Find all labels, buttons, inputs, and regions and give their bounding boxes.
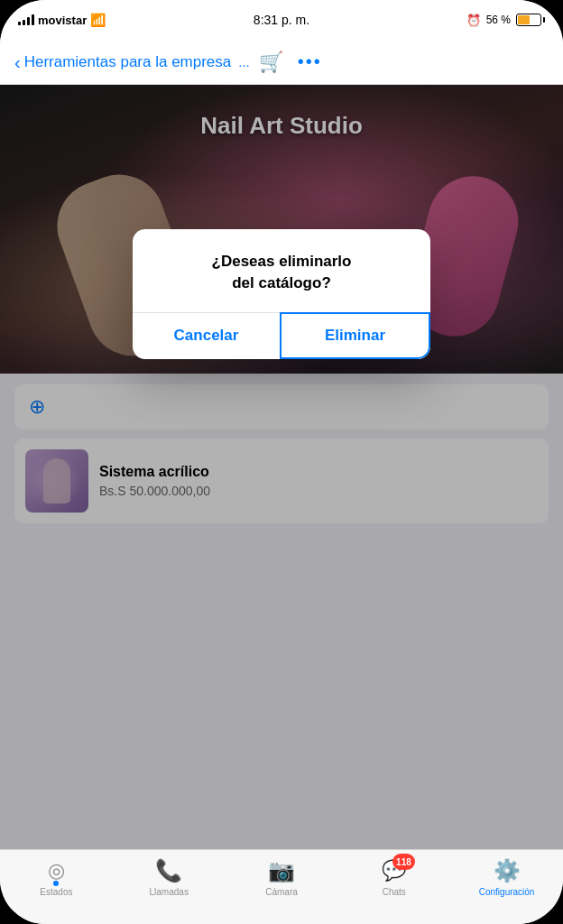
tab-bar: ◎ Estados 📞 Llamadas 📷 Cámara 💬 118 Chat… bbox=[0, 849, 563, 924]
dialog-box: ¿Deseas eliminarlodel catálogo? Cancelar… bbox=[133, 229, 430, 359]
tab-configuracion[interactable]: ⚙️ Configuración bbox=[450, 857, 563, 897]
battery-label: 56 % bbox=[486, 14, 511, 26]
header-more-dots: ... bbox=[238, 54, 250, 69]
estados-dot-indicator bbox=[53, 881, 59, 886]
back-button[interactable]: ‹ Herramientas para la empresa ... bbox=[14, 53, 250, 71]
battery-indicator bbox=[516, 14, 545, 26]
dialog-content: ¿Deseas eliminarlodel catálogo? bbox=[133, 229, 430, 294]
chats-badge: 118 bbox=[392, 854, 415, 870]
status-bar: movistar 📶 8:31 p. m. ⏰ 56 % bbox=[0, 0, 563, 40]
dialog-overlay: ¿Deseas eliminarlodel catálogo? Cancelar… bbox=[0, 85, 563, 849]
tab-chats[interactable]: 💬 118 Chats bbox=[337, 857, 450, 897]
camera-icon: 📷 bbox=[268, 858, 295, 883]
status-right: ⏰ 56 % bbox=[466, 14, 545, 27]
cancel-button[interactable]: Cancelar bbox=[133, 313, 281, 359]
chats-icon-wrap: 💬 118 bbox=[381, 857, 408, 884]
main-content: Nail Art Studio ⊕ Sistema acrílico Bs.S … bbox=[0, 85, 563, 849]
delete-button[interactable]: Eliminar bbox=[280, 312, 430, 359]
tab-configuracion-label: Configuración bbox=[479, 887, 535, 897]
camara-icon-wrap: 📷 bbox=[268, 857, 295, 884]
dialog-title: ¿Deseas eliminarlodel catálogo? bbox=[154, 251, 409, 294]
tab-estados[interactable]: ◎ Estados bbox=[0, 857, 113, 897]
wifi-icon: 📶 bbox=[90, 13, 106, 27]
estados-icon-wrap: ◎ bbox=[42, 857, 69, 884]
dialog-buttons: Cancelar Eliminar bbox=[133, 312, 430, 359]
more-options-icon[interactable]: ••• bbox=[298, 51, 322, 72]
llamadas-icon-wrap: 📞 bbox=[155, 857, 182, 884]
time-display: 8:31 p. m. bbox=[254, 13, 309, 27]
phone-icon: 📞 bbox=[155, 858, 182, 883]
tab-chats-label: Chats bbox=[383, 887, 406, 897]
estados-icon: ◎ bbox=[48, 859, 65, 882]
alarm-icon: ⏰ bbox=[466, 14, 481, 27]
cart-icon[interactable]: 🛒 bbox=[259, 51, 283, 74]
carrier-label: movistar bbox=[38, 14, 87, 27]
tab-camara-label: Cámara bbox=[265, 887, 298, 897]
signal-bars-icon bbox=[18, 14, 34, 25]
back-chevron-icon: ‹ bbox=[14, 53, 21, 71]
header-icons: 🛒 ••• bbox=[259, 51, 322, 74]
phone-frame: movistar 📶 8:31 p. m. ⏰ 56 % ‹ Herramien… bbox=[0, 0, 563, 924]
tab-estados-label: Estados bbox=[40, 887, 72, 897]
tab-llamadas[interactable]: 📞 Llamadas bbox=[113, 857, 226, 897]
tab-camara[interactable]: 📷 Cámara bbox=[226, 857, 338, 897]
gear-icon: ⚙️ bbox=[494, 858, 521, 883]
header-nav: ‹ Herramientas para la empresa ... 🛒 ••• bbox=[0, 40, 563, 85]
configuracion-icon-wrap: ⚙️ bbox=[494, 857, 521, 884]
tab-llamadas-label: Llamadas bbox=[150, 887, 189, 897]
status-left: movistar 📶 bbox=[18, 13, 106, 27]
back-label: Herramientas para la empresa bbox=[24, 53, 232, 71]
